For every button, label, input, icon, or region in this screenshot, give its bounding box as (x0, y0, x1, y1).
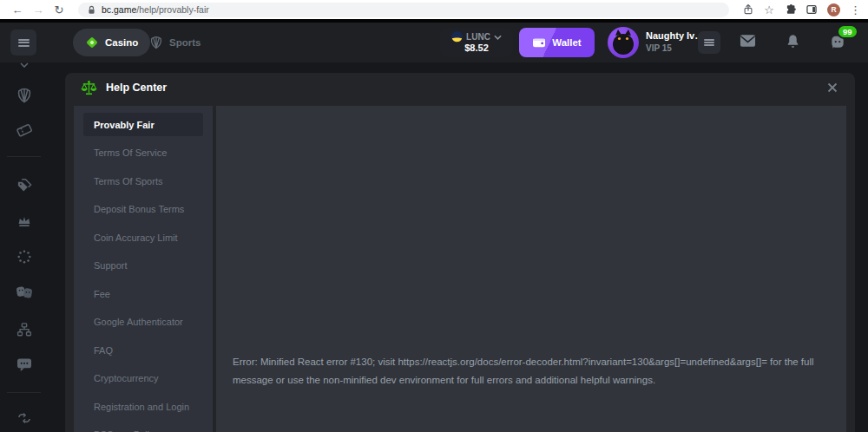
help-nav-google-authenticator[interactable]: Google Authenticator (83, 311, 203, 334)
sidebar-toggle-button[interactable] (10, 29, 36, 56)
modal-body: Provably Fair Terms Of Service Terms Of … (74, 106, 846, 432)
share-icon[interactable] (742, 3, 754, 16)
user-avatar[interactable] (608, 27, 639, 58)
refresh-icon[interactable]: ↻ (49, 3, 69, 16)
forum-chat-icon[interactable] (16, 357, 32, 372)
help-nav-registration-login[interactable]: Registration and Login (83, 395, 203, 418)
network-sitemap-icon[interactable] (16, 322, 32, 337)
site-header: Casino Sports LUNC $8.52 Wallet (0, 23, 868, 62)
forward-icon[interactable]: → (28, 3, 49, 16)
bookmark-star-icon[interactable]: ☆ (764, 3, 774, 16)
cat-avatar-image (608, 27, 639, 58)
modal-header: Help Center (65, 73, 855, 102)
promotions-tags-icon[interactable] (16, 177, 32, 193)
wallet-label: Wallet (552, 37, 581, 48)
extensions-puzzle-icon[interactable] (784, 3, 796, 16)
sidebar-divider (7, 392, 41, 393)
vip-crown-icon[interactable] (16, 214, 32, 228)
help-nav-provably-fair[interactable]: Provably Fair (83, 113, 203, 136)
currency-balance: $8.52 (464, 43, 489, 54)
help-nav-terms-of-service[interactable]: Terms Of Service (83, 141, 203, 165)
lock-icon (87, 5, 96, 15)
my-bets-ticket-icon[interactable] (16, 121, 33, 139)
chevron-down-icon (494, 35, 502, 40)
browser-profile-avatar[interactable]: R (827, 3, 840, 16)
currency-code: LUNC (466, 32, 490, 42)
modal-title: Help Center (106, 82, 167, 94)
sports-shell-icon (149, 36, 163, 49)
side-panel-icon[interactable] (806, 3, 818, 16)
notifications-bell-icon[interactable] (786, 34, 800, 53)
sports-nav-icon[interactable] (16, 88, 32, 104)
bonus-wheel-icon[interactable] (16, 249, 32, 265)
hamburger-icon (18, 37, 30, 48)
help-nav-coin-accuracy-limit[interactable]: Coin Accuracy Limit (83, 226, 203, 249)
help-nav-terms-of-sports[interactable]: Terms Of Sports (83, 169, 203, 193)
help-nav-cryptocurrency[interactable]: Cryptocurrency (83, 367, 203, 390)
sports-tab[interactable]: Sports (149, 29, 201, 56)
casino-label: Casino (105, 37, 138, 48)
user-detail-button[interactable] (698, 31, 720, 54)
react-error-message: Error: Minified React error #130; visit … (233, 353, 823, 389)
help-nav-fee[interactable]: Fee (83, 282, 203, 305)
list-icon (704, 38, 714, 48)
bc-logo-icon (85, 36, 99, 49)
collapse-chevron-icon[interactable] (20, 62, 29, 68)
page-top-strip (0, 19, 868, 23)
scales-icon (81, 80, 97, 96)
sports-label: Sports (169, 37, 201, 48)
help-nav-support[interactable]: Support (83, 254, 203, 278)
help-nav: Provably Fair Terms Of Service Terms Of … (74, 106, 213, 432)
vip-level: VIP 15 (646, 43, 704, 53)
lunc-coin-icon (451, 31, 463, 43)
currency-selector[interactable]: LUNC $8.52 (440, 28, 513, 57)
help-nav-bcswap-policy[interactable]: BCSwap Policy (83, 423, 203, 432)
casino-tab[interactable]: Casino (73, 29, 150, 56)
kebab-menu-icon[interactable]: ⋮ (850, 3, 861, 16)
swap-icon[interactable] (16, 412, 32, 425)
username: Naughty Iv… (646, 30, 704, 41)
help-content-panel: Error: Minified React error #130; visit … (216, 106, 846, 432)
chat-badge: 99 (837, 24, 858, 39)
help-nav-faq[interactable]: FAQ (83, 338, 203, 362)
wallet-icon (532, 36, 546, 49)
affiliate-masks-icon[interactable] (16, 285, 33, 300)
close-icon[interactable] (824, 79, 841, 96)
browser-chrome: ← → ↻ bc.game/help/provably-fair ☆ R ⋮ (0, 0, 868, 19)
back-icon[interactable]: ← (7, 3, 28, 16)
sidebar-divider (7, 156, 41, 157)
left-sidebar (0, 62, 48, 432)
address-bar[interactable]: bc.game/help/provably-fair (78, 3, 729, 17)
mail-icon[interactable] (740, 34, 756, 51)
help-nav-deposit-bonus-terms[interactable]: Deposit Bonus Terms (83, 198, 203, 221)
user-menu[interactable]: Naughty Iv… VIP 15 (646, 30, 704, 53)
wallet-button[interactable]: Wallet (519, 28, 595, 57)
help-center-modal: Help Center Provably Fair Terms Of Servi… (65, 73, 855, 432)
url-text: bc.game/help/provably-fair (102, 4, 209, 15)
